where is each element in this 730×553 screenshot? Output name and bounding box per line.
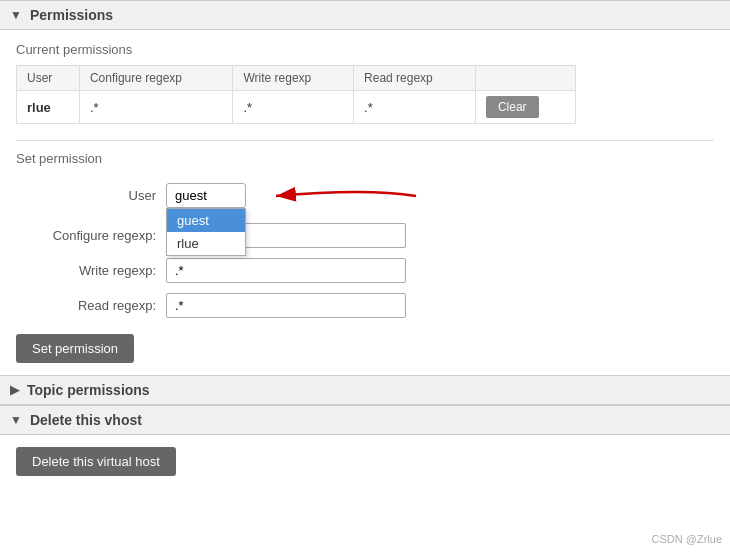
user-label: User bbox=[16, 188, 156, 203]
set-permission-title: Set permission bbox=[16, 140, 714, 166]
delete-vhost-title: Delete this vhost bbox=[30, 412, 142, 428]
col-header-configure: Configure regexp bbox=[79, 66, 233, 91]
dropdown-item-guest[interactable]: guest bbox=[167, 209, 245, 232]
table-cell-configure: .* bbox=[79, 91, 233, 124]
permissions-section-header[interactable]: ▼ Permissions bbox=[0, 0, 730, 30]
table-cell-action: Clear bbox=[475, 91, 575, 124]
set-permission-row: Set permission bbox=[16, 328, 714, 363]
table-cell-write: .* bbox=[233, 91, 354, 124]
expand-arrow-icon: ▶ bbox=[10, 383, 19, 397]
watermark: CSDN @Zrlue bbox=[652, 533, 722, 545]
delete-virtual-host-button[interactable]: Delete this virtual host bbox=[16, 447, 176, 476]
col-header-write: Write regexp bbox=[233, 66, 354, 91]
user-select-wrapper: guest rlue guest rlue bbox=[166, 183, 246, 208]
col-header-action bbox=[475, 66, 575, 91]
read-form-row: Read regexp: bbox=[16, 293, 714, 318]
configure-label: Configure regexp: bbox=[16, 228, 156, 243]
write-input[interactable] bbox=[166, 258, 406, 283]
permissions-table: User Configure regexp Write regexp Read … bbox=[16, 65, 576, 124]
table-cell-user: rlue bbox=[17, 91, 80, 124]
delete-collapse-arrow-icon: ▼ bbox=[10, 413, 22, 427]
read-label: Read regexp: bbox=[16, 298, 156, 313]
topic-permissions-title: Topic permissions bbox=[27, 382, 150, 398]
user-dropdown-menu: guest rlue bbox=[166, 208, 246, 256]
arrow-annotation bbox=[266, 178, 426, 213]
current-permissions-title: Current permissions bbox=[16, 42, 714, 57]
table-row: rlue .* .* .* Clear bbox=[17, 91, 576, 124]
clear-button[interactable]: Clear bbox=[486, 96, 539, 118]
permissions-section-content: Current permissions User Configure regex… bbox=[0, 30, 730, 375]
col-header-user: User bbox=[17, 66, 80, 91]
write-label: Write regexp: bbox=[16, 263, 156, 278]
col-header-read: Read regexp bbox=[354, 66, 476, 91]
set-permission-button[interactable]: Set permission bbox=[16, 334, 134, 363]
topic-permissions-section-header[interactable]: ▶ Topic permissions bbox=[0, 375, 730, 405]
configure-form-row: Configure regexp: bbox=[16, 223, 714, 248]
collapse-arrow-icon: ▼ bbox=[10, 8, 22, 22]
write-form-row: Write regexp: bbox=[16, 258, 714, 283]
delete-vhost-section-header[interactable]: ▼ Delete this vhost bbox=[0, 405, 730, 435]
dropdown-item-rlue[interactable]: rlue bbox=[167, 232, 245, 255]
read-input[interactable] bbox=[166, 293, 406, 318]
user-select[interactable]: guest rlue bbox=[166, 183, 246, 208]
table-cell-read: .* bbox=[354, 91, 476, 124]
user-form-row: User guest rlue guest rlue bbox=[16, 178, 714, 213]
permissions-section-title: Permissions bbox=[30, 7, 113, 23]
delete-vhost-section-content: Delete this virtual host bbox=[0, 435, 730, 488]
